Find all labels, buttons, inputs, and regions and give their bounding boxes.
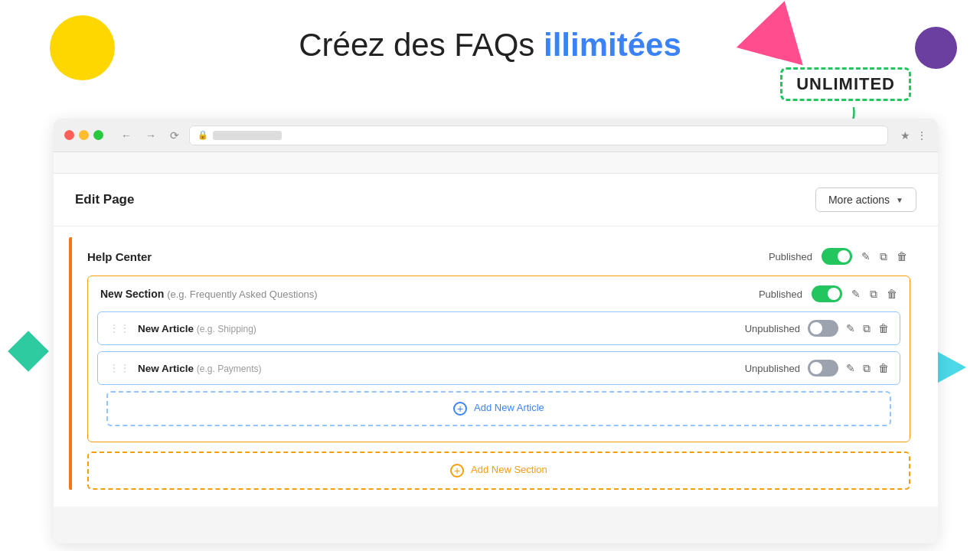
add-section-button[interactable]: + Add New Section [87,452,910,490]
top-bar-strip [54,152,938,174]
article-1-edit-icon[interactable]: ✎ [846,322,855,334]
article-left: ⋮⋮ New Article (e.g. Shipping) [109,322,256,334]
article-1-actions: Unpublished ✎ ⧉ 🗑 [745,320,889,337]
browser-toolbar: ← → ⟳ 🔒 ★ ⋮ [54,119,938,152]
tl-minimize[interactable] [79,130,89,140]
help-center-copy-icon[interactable]: ⧉ [880,250,887,263]
new-section-actions: Published ✎ ⧉ 🗑 [759,285,897,302]
toggle-knob-a2 [810,362,822,374]
article-row: ⋮⋮ New Article (e.g. Payments) Unpublish… [97,351,900,385]
new-section-header: New Section (e.g. Frequently Asked Quest… [88,276,910,311]
title-highlight: illimitées [544,27,681,63]
new-section-edit-icon[interactable]: ✎ [851,288,861,300]
help-center-block: Help Center Published ✎ ⧉ 🗑 [69,237,923,490]
article-2-status: Unpublished [745,363,800,374]
help-center-toggle[interactable] [822,248,852,265]
add-article-button[interactable]: + Add New Article [106,391,891,426]
article-1-copy-icon[interactable]: ⧉ [863,322,871,335]
add-section-plus-icon: + [450,464,464,478]
main-title: Créez des FAQs illimitées [0,27,980,64]
new-section-title: New Section (e.g. Frequently Asked Quest… [100,288,318,300]
lock-icon: 🔒 [198,130,208,140]
toolbar-right: ★ ⋮ [900,129,927,142]
articles-list: ⋮⋮ New Article (e.g. Shipping) Unpublish… [88,311,910,442]
article-1-toggle[interactable] [808,320,838,337]
article-1-subtitle: (e.g. Shipping) [197,324,256,334]
help-center-title: Help Center [87,250,152,263]
browser-window: ← → ⟳ 🔒 ★ ⋮ Edit Page More actions ▼ [54,119,938,543]
unlimited-badge: UNLIMITED [780,67,911,101]
new-section-status: Published [759,289,802,300]
help-center-status: Published [769,251,812,262]
chevron-down-icon: ▼ [896,196,903,204]
toggle-knob [838,250,850,262]
help-center-delete-icon[interactable]: 🗑 [897,250,907,262]
drag-handle-icon[interactable]: ⋮⋮ [109,362,130,374]
url-text [213,131,282,140]
article-1-status: Unpublished [745,323,800,334]
article-2-title: New Article (e.g. Payments) [138,363,262,374]
title-normal: Créez des FAQs [299,27,544,63]
edit-page-bar: Edit Page More actions ▼ [54,174,938,227]
tl-close[interactable] [64,130,74,140]
new-section-delete-icon[interactable]: 🗑 [887,288,897,300]
new-section-toggle[interactable] [812,285,842,302]
new-section-block: New Section (e.g. Frequently Asked Quest… [87,276,910,442]
new-section-subtitle: (e.g. Frequently Asked Questions) [167,289,318,300]
main-content: Help Center Published ✎ ⧉ 🗑 [54,227,938,507]
forward-button[interactable]: → [142,128,160,143]
address-bar: 🔒 [189,126,888,145]
browser-menu-icon[interactable]: ⋮ [916,129,927,142]
add-article-label: Add New Article [474,402,544,413]
help-center-actions: Published ✎ ⧉ 🗑 [769,248,907,265]
more-actions-button[interactable]: More actions ▼ [815,187,916,212]
article-1-delete-icon[interactable]: 🗑 [878,322,889,334]
reload-button[interactable]: ⟳ [166,128,183,143]
traffic-lights [64,130,103,140]
article-left: ⋮⋮ New Article (e.g. Payments) [109,362,262,374]
article-1-title: New Article (e.g. Shipping) [138,323,256,334]
more-actions-label: More actions [828,194,890,206]
browser-content: Edit Page More actions ▼ Help Center Pub… [54,152,938,507]
article-2-copy-icon[interactable]: ⧉ [863,362,871,375]
article-2-actions: Unpublished ✎ ⧉ 🗑 [745,360,889,377]
bookmark-icon[interactable]: ★ [900,129,910,142]
new-section-copy-icon[interactable]: ⧉ [870,288,877,301]
article-row: ⋮⋮ New Article (e.g. Shipping) Unpublish… [97,311,900,345]
help-center-header: Help Center Published ✎ ⧉ 🗑 [72,237,923,276]
toggle-knob-a1 [810,322,822,334]
help-center-edit-icon[interactable]: ✎ [861,250,871,262]
back-button[interactable]: ← [117,128,136,143]
article-2-delete-icon[interactable]: 🗑 [878,362,889,374]
edit-page-title: Edit Page [75,192,134,207]
toggle-knob-section [828,288,840,300]
tl-maximize[interactable] [93,130,103,140]
add-section-label: Add New Section [471,464,547,475]
add-article-plus-icon: + [453,402,467,416]
article-2-subtitle: (e.g. Payments) [197,364,262,374]
drag-handle-icon[interactable]: ⋮⋮ [109,322,130,334]
article-2-toggle[interactable] [808,360,838,377]
article-2-edit-icon[interactable]: ✎ [846,362,855,374]
deco-green-diamond [8,331,49,372]
